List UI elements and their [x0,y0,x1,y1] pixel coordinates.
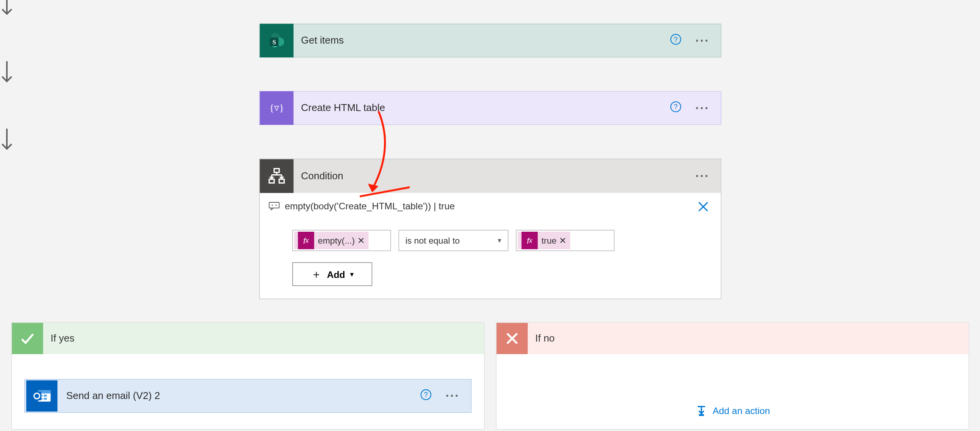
condition-right-value[interactable]: fx true ✕ [516,230,615,251]
action-title: Condition [293,170,695,182]
svg-point-22 [275,204,276,205]
branch-if-yes: If yes Send an email (V2) 2 [11,322,485,430]
action-title: Send an email (V2) 2 [59,391,421,402]
add-condition-button[interactable]: ＋ Add ▾ [292,262,372,286]
arrow-down-icon [0,0,14,17]
chevron-down-icon: ▾ [350,270,354,279]
condition-operator-dropdown[interactable]: is not equal to ▾ [399,230,509,251]
svg-text:{▿}: {▿} [269,102,284,113]
svg-text:?: ? [424,391,428,399]
svg-point-21 [272,204,273,205]
help-icon[interactable]: ? [421,389,432,403]
condition-operator: is not equal to [405,236,460,246]
branch-label: If no [528,333,555,344]
svg-rect-18 [269,179,274,183]
insert-step-icon [695,404,707,416]
svg-rect-20 [269,202,279,208]
more-menu-icon[interactable]: ··· [695,101,710,115]
more-menu-icon[interactable]: ··· [695,34,710,48]
token-remove-icon[interactable]: ✕ [357,236,365,246]
fx-icon: fx [298,232,314,249]
sharepoint-icon: S [260,24,293,57]
check-icon [12,323,43,354]
branch-if-no: If no Add an action [496,322,969,430]
svg-rect-39 [699,414,704,416]
add-action-button[interactable]: Add an action [497,404,969,416]
condition-left-token: empty(...) [318,236,355,246]
arrow-down-icon [0,129,14,153]
svg-text:S: S [273,39,276,46]
condition-icon [260,159,293,193]
arrow-down-icon [0,61,14,85]
x-icon [497,323,528,354]
action-condition[interactable]: Condition ··· empty(body('Create_HTML_ta… [259,158,721,299]
more-menu-icon[interactable]: ··· [446,389,460,403]
action-create-html-table[interactable]: {▿} Create HTML table ? ··· [259,91,721,125]
svg-text:?: ? [674,35,678,43]
svg-rect-28 [44,395,47,397]
branch-label: If yes [43,333,74,344]
svg-rect-19 [279,179,284,183]
data-operations-icon: {▿} [260,91,293,125]
condition-left-value[interactable]: fx empty(...) ✕ [292,230,391,251]
help-icon[interactable]: ? [670,101,682,115]
add-action-label: Add an action [713,405,770,416]
more-menu-icon[interactable]: ··· [695,169,710,183]
svg-rect-13 [274,168,279,172]
svg-text:?: ? [674,103,678,111]
comment-icon [269,201,280,210]
fx-icon: fx [522,232,538,249]
outlook-icon [26,380,57,412]
help-icon[interactable]: ? [670,34,682,48]
action-get-items[interactable]: S Get items ? ··· [259,24,721,57]
action-send-email[interactable]: Send an email (V2) 2 ? ··· [24,379,471,412]
plus-icon: ＋ [311,267,322,282]
chevron-down-icon: ▾ [498,236,502,245]
action-title: Get items [293,35,670,46]
svg-rect-30 [44,398,47,400]
close-icon[interactable] [697,199,709,217]
token-remove-icon[interactable]: ✕ [559,236,566,246]
condition-right-token: true [542,236,557,246]
action-title: Create HTML table [293,103,670,114]
condition-expression-text: empty(body('Create_HTML_table')) | true [285,200,455,211]
